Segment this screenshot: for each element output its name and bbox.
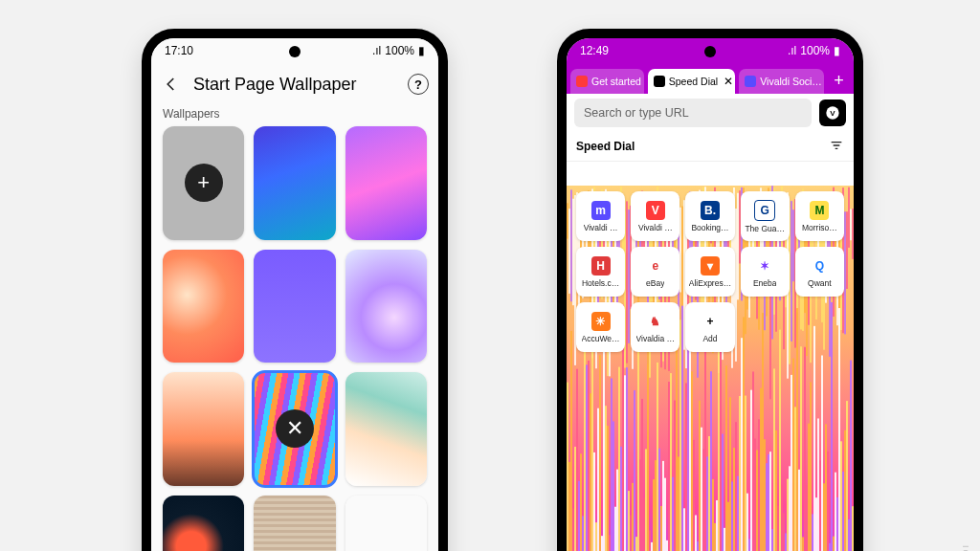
svg-rect-145 bbox=[699, 401, 701, 551]
wallpaper-coral-bloom[interactable] bbox=[163, 250, 244, 364]
svg-rect-295 bbox=[842, 472, 844, 551]
svg-rect-107 bbox=[662, 461, 664, 551]
svg-rect-191 bbox=[743, 317, 745, 551]
signal-icon: .ıl bbox=[372, 44, 381, 57]
dial-12[interactable]: +Add bbox=[685, 302, 734, 352]
wallpaper-beach[interactable] bbox=[345, 372, 427, 486]
svg-rect-91 bbox=[647, 321, 649, 551]
svg-rect-241 bbox=[791, 375, 792, 551]
search-input[interactable]: Search or type URL bbox=[574, 99, 812, 127]
svg-rect-257 bbox=[806, 485, 808, 551]
wallpaper-violet-solid[interactable] bbox=[254, 250, 335, 364]
svg-rect-287 bbox=[835, 473, 836, 551]
dial-label: eBay bbox=[646, 278, 664, 288]
svg-rect-296 bbox=[844, 211, 846, 334]
wallpaper-rainbow-swirl[interactable] bbox=[345, 496, 427, 551]
url-bar: Search or type URL V bbox=[567, 94, 854, 132]
dial-11[interactable]: ♞Vivaldia … bbox=[631, 302, 679, 352]
svg-rect-119 bbox=[674, 401, 676, 551]
dial-icon: ✶ bbox=[755, 256, 774, 276]
svg-rect-179 bbox=[731, 481, 733, 551]
filter-icon[interactable] bbox=[829, 138, 844, 156]
svg-rect-31 bbox=[590, 393, 591, 551]
help-button[interactable]: ? bbox=[408, 74, 429, 95]
svg-rect-89 bbox=[645, 449, 647, 551]
tab-0[interactable]: Get started bbox=[570, 69, 644, 94]
svg-rect-29 bbox=[588, 361, 590, 551]
tab-1[interactable]: Speed Dial✕ bbox=[648, 69, 735, 94]
svg-rect-103 bbox=[658, 449, 660, 551]
svg-rect-201 bbox=[752, 371, 754, 551]
svg-rect-199 bbox=[750, 390, 752, 551]
svg-rect-304 bbox=[852, 209, 854, 259]
svg-rect-161 bbox=[714, 523, 716, 551]
svg-rect-67 bbox=[624, 375, 626, 551]
wallpaper-color-stripes[interactable]: ✕ bbox=[254, 372, 335, 486]
svg-rect-43 bbox=[601, 536, 603, 551]
svg-rect-165 bbox=[718, 330, 720, 551]
dial-7[interactable]: ▾AliExpres… bbox=[685, 247, 734, 297]
dial-label: Vivaldi … bbox=[638, 223, 673, 232]
dial-icon: e bbox=[646, 256, 665, 276]
svg-rect-25 bbox=[584, 342, 586, 551]
dial-4[interactable]: MMorriso… bbox=[795, 191, 844, 241]
svg-rect-219 bbox=[769, 452, 771, 551]
dial-0[interactable]: mVivaldi … bbox=[576, 191, 625, 241]
dial-icon: + bbox=[701, 312, 720, 331]
dial-icon: V bbox=[646, 201, 665, 220]
svg-rect-245 bbox=[794, 407, 796, 551]
wallpaper-add[interactable]: + bbox=[163, 126, 244, 240]
svg-rect-23 bbox=[582, 516, 584, 551]
dial-1[interactable]: VVivaldi … bbox=[631, 191, 679, 241]
dial-3[interactable]: GThe Gua… bbox=[741, 191, 790, 241]
svg-rect-61 bbox=[618, 367, 620, 551]
svg-rect-285 bbox=[833, 537, 835, 551]
dial-6[interactable]: eeBay bbox=[631, 247, 679, 297]
wallpaper-orange-sunset[interactable] bbox=[163, 372, 244, 486]
svg-rect-243 bbox=[792, 359, 794, 551]
dial-9[interactable]: QQwant bbox=[795, 247, 844, 297]
phone-browser: 12:49 .ıl 100% ▮ Get startedSpeed Dial✕V… bbox=[557, 29, 863, 551]
svg-rect-207 bbox=[758, 419, 760, 551]
wallpaper-dark-wave[interactable] bbox=[163, 496, 244, 551]
svg-rect-59 bbox=[616, 470, 618, 551]
tab-2[interactable]: Vivaldi Soci… bbox=[739, 69, 824, 94]
dial-icon: ♞ bbox=[646, 312, 665, 331]
tab-label: Vivaldi Soci… bbox=[760, 76, 822, 87]
vivaldi-menu-button[interactable]: V bbox=[819, 99, 846, 126]
status-time: 17:10 bbox=[165, 44, 193, 57]
svg-rect-109 bbox=[664, 478, 666, 551]
svg-rect-265 bbox=[813, 326, 815, 551]
svg-rect-97 bbox=[653, 479, 655, 551]
svg-rect-195 bbox=[746, 494, 748, 551]
remove-wallpaper-button[interactable]: ✕ bbox=[276, 409, 314, 448]
new-tab-button[interactable]: + bbox=[828, 69, 850, 92]
svg-rect-35 bbox=[593, 452, 595, 551]
wallpaper-wood-grain[interactable] bbox=[254, 496, 335, 551]
front-camera bbox=[704, 46, 716, 57]
dial-5[interactable]: HHotels.c… bbox=[576, 247, 625, 297]
svg-rect-79 bbox=[635, 537, 637, 551]
svg-rect-223 bbox=[773, 368, 775, 551]
svg-rect-183 bbox=[735, 422, 737, 551]
dial-2[interactable]: B.Booking… bbox=[685, 191, 734, 241]
svg-rect-33 bbox=[591, 332, 593, 551]
svg-rect-303 bbox=[850, 361, 852, 551]
svg-rect-159 bbox=[712, 479, 714, 551]
dial-8[interactable]: ✶Eneba bbox=[741, 247, 790, 297]
svg-rect-55 bbox=[612, 421, 614, 551]
close-tab-button[interactable]: ✕ bbox=[724, 75, 733, 88]
wallpaper-blue-wave[interactable] bbox=[254, 126, 335, 240]
tab-strip: Get startedSpeed Dial✕Vivaldi Soci…+ bbox=[567, 63, 854, 94]
dial-10[interactable]: ☀AccuWe… bbox=[576, 302, 625, 352]
svg-rect-185 bbox=[737, 476, 739, 551]
svg-rect-300 bbox=[848, 187, 850, 248]
dial-label: Hotels.c… bbox=[582, 278, 619, 288]
wallpaper-lilac-flower[interactable] bbox=[345, 250, 427, 364]
svg-rect-27 bbox=[586, 364, 588, 551]
svg-rect-7 bbox=[567, 383, 568, 551]
back-button[interactable] bbox=[161, 74, 182, 95]
svg-rect-293 bbox=[840, 441, 842, 551]
wallpaper-purple-pink[interactable] bbox=[345, 126, 427, 240]
svg-rect-235 bbox=[785, 533, 787, 551]
